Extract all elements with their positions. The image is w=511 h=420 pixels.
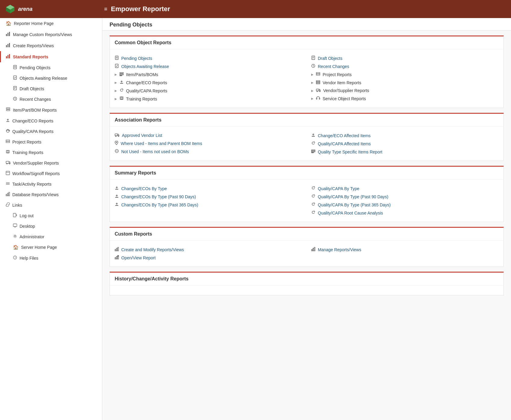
- link-pending-objects[interactable]: Pending Objects: [121, 56, 152, 61]
- sidebar-item-pending-objects[interactable]: Pending Objects: [0, 62, 102, 73]
- section-history-reports: History/Change/Activity Reports: [110, 272, 504, 295]
- chart-icon: [6, 32, 11, 37]
- link-objects-awaiting[interactable]: Objects Awaiting Release: [121, 64, 169, 69]
- sidebar-item-manage-custom[interactable]: Manage Custom Reports/Views: [0, 29, 102, 40]
- sidebar-item-project-reports[interactable]: Project Reports: [0, 137, 102, 147]
- logout-icon: [13, 213, 17, 218]
- sidebar-label: Server Home Page: [21, 245, 57, 250]
- sidebar-item-database-reports[interactable]: Database Reports/Views: [0, 189, 102, 200]
- sidebar-item-draft-objects[interactable]: Draft Objects: [0, 83, 102, 94]
- link-quality-type-specific[interactable]: Quality Type Specific Items Report: [318, 150, 382, 154]
- svg-rect-39: [9, 192, 10, 196]
- expand-icon2: ▶: [115, 81, 117, 84]
- link-create-modify[interactable]: Create and Modify Reports/Views: [121, 247, 184, 252]
- label-training: Training Reports: [126, 97, 157, 101]
- section-title-association: Association Reports: [110, 114, 503, 127]
- main-layout: 🏠 Reporter Home Page Manage Custom Repor…: [0, 18, 511, 420]
- svg-rect-22: [6, 110, 10, 111]
- svg-point-75: [116, 142, 117, 143]
- vendor-layers-icon: [316, 80, 320, 85]
- sidebar-label: Objects Awaiting Release: [20, 76, 67, 81]
- svg-rect-13: [14, 65, 17, 69]
- link-quality-root-cause[interactable]: Quality/CAPA Root Cause Analysis: [318, 211, 383, 215]
- link-draft-objects[interactable]: Draft Objects: [318, 56, 342, 61]
- link-quality-capa-affected[interactable]: Quality/CAPA Affected Items: [318, 141, 371, 146]
- svg-rect-6: [9, 32, 10, 36]
- svg-rect-48: [115, 56, 118, 60]
- svg-rect-10: [6, 56, 7, 58]
- layers-icon: [6, 107, 11, 113]
- sidebar-item-vendor-supplier[interactable]: Vendor/Supplier Reports: [0, 158, 102, 168]
- svg-text:?: ?: [15, 256, 16, 259]
- sidebar-item-recent-changes[interactable]: Recent Changes: [0, 94, 102, 104]
- link-changes-90[interactable]: Changes/ECOs By Type (Past 90 Days): [121, 194, 196, 199]
- sidebar-item-change-eco[interactable]: Change/ECO Reports: [0, 116, 102, 126]
- item-vendor-supplier-reports: ▶ Vendor/Supplier Reports: [311, 87, 499, 94]
- item-quality-capa-affected: Quality/CAPA Affected Items: [311, 140, 499, 148]
- link-quality-90[interactable]: Quality/CAPA By Type (Past 90 Days): [318, 194, 388, 199]
- svg-rect-70: [316, 98, 317, 99]
- sidebar-item-desktop[interactable]: Desktop: [0, 221, 102, 231]
- sidebar-item-training-reports[interactable]: Training Reports: [0, 147, 102, 158]
- svg-rect-42: [13, 224, 17, 227]
- sidebar-item-reporter-home[interactable]: 🏠 Reporter Home Page: [0, 18, 102, 29]
- sidebar-item-quality-capa[interactable]: Quality/CAPA Reports: [0, 126, 102, 137]
- sidebar-item-links[interactable]: Links: [0, 200, 102, 210]
- link-approved-vendor[interactable]: Approved Vendor List: [122, 133, 162, 138]
- sidebar-item-workflow[interactable]: Workflow/Signoff Reports: [0, 168, 102, 179]
- svg-rect-67: [316, 89, 319, 91]
- link-manage-reports[interactable]: Manage Reports/Views: [318, 247, 361, 252]
- upload-icon3: [311, 133, 315, 138]
- section-grid-common: Pending Objects Objects Awaiting Release…: [115, 54, 499, 103]
- label-item-parts: Item/Parts/BOMs: [126, 72, 158, 77]
- expand-icon4: ▶: [115, 97, 117, 100]
- link-quality-365[interactable]: Quality/CAPA By Type (Past 365 Days): [318, 202, 391, 207]
- col-left-assoc: Approved Vendor List Where Used - Items …: [115, 131, 302, 156]
- link-not-used[interactable]: Not Used - Items not used on BOMs: [121, 149, 189, 154]
- cycle-icon5: [311, 194, 315, 199]
- link-quality-by-type[interactable]: Quality/CAPA By Type: [318, 186, 359, 191]
- cycle-icon4: [311, 186, 315, 191]
- link-recent-changes[interactable]: Recent Changes: [318, 64, 349, 69]
- sidebar-item-administrator[interactable]: Administrator: [0, 231, 102, 242]
- svg-rect-54: [120, 75, 122, 76]
- sidebar-item-create-reports[interactable]: Create Reports/Views: [0, 40, 102, 51]
- upload-icon6: [115, 202, 119, 207]
- sidebar-item-item-part-bom[interactable]: Item/Part/BOM Reports: [0, 104, 102, 116]
- book-icon2: [119, 96, 124, 101]
- svg-rect-84: [115, 205, 118, 206]
- link-where-used[interactable]: Where Used - Items and Parent BOM Items: [121, 141, 202, 146]
- chart-icon2: [115, 247, 119, 252]
- sidebar-item-help[interactable]: ? Help Files: [0, 253, 102, 263]
- label-change-eco: Change/ECO Reports: [126, 80, 167, 85]
- sidebar-item-logout[interactable]: Log out: [0, 210, 102, 221]
- sidebar-label: Project Reports: [12, 140, 41, 144]
- svg-rect-87: [118, 247, 119, 251]
- home-icon: 🏠: [6, 21, 11, 26]
- svg-point-31: [9, 163, 10, 164]
- menu-icon[interactable]: ≡: [104, 6, 107, 12]
- link-change-eco-affected[interactable]: Change/ECO Affected Items: [318, 133, 371, 138]
- link-open-view[interactable]: Open/View Report: [121, 255, 156, 260]
- section-body-summary: Changes/ECOs By Type Changes/ECOs By Typ…: [110, 180, 503, 222]
- link-changes-365[interactable]: Changes/ECOs By Type (Past 365 Days): [121, 202, 198, 207]
- col-right-assoc: Change/ECO Affected Items Quality/CAPA A…: [311, 131, 499, 156]
- sidebar-item-task-activity[interactable]: Task/Activity Reports: [0, 179, 102, 189]
- upload-icon5: [115, 194, 119, 199]
- link-changes-by-type[interactable]: Changes/ECOs By Type: [121, 186, 167, 191]
- svg-rect-56: [312, 56, 315, 60]
- section-summary-reports: Summary Reports Changes/ECOs By Type: [110, 166, 504, 222]
- svg-rect-81: [311, 152, 314, 153]
- item-quality-90: Quality/CAPA By Type (Past 90 Days): [311, 193, 499, 201]
- sidebar-item-server-home[interactable]: 🏠 Server Home Page: [0, 242, 102, 253]
- svg-rect-37: [6, 194, 7, 196]
- sidebar-item-objects-awaiting[interactable]: Objects Awaiting Release: [0, 73, 102, 83]
- item-quality-root-cause: Quality/CAPA Root Cause Analysis: [311, 209, 499, 217]
- cabinet-icon: [6, 139, 10, 144]
- sidebar-item-standard-reports[interactable]: Standard Reports: [0, 51, 102, 62]
- item-change-eco-reports: ▶ Change/ECO Reports: [115, 79, 302, 87]
- app-header: arena ≡ Empower Reporter: [0, 0, 511, 18]
- item-where-used: Where Used - Items and Parent BOM Items: [115, 139, 302, 147]
- section-title-summary: Summary Reports: [110, 167, 503, 180]
- main-content: Pending Objects Common Object Reports Pe…: [102, 18, 511, 420]
